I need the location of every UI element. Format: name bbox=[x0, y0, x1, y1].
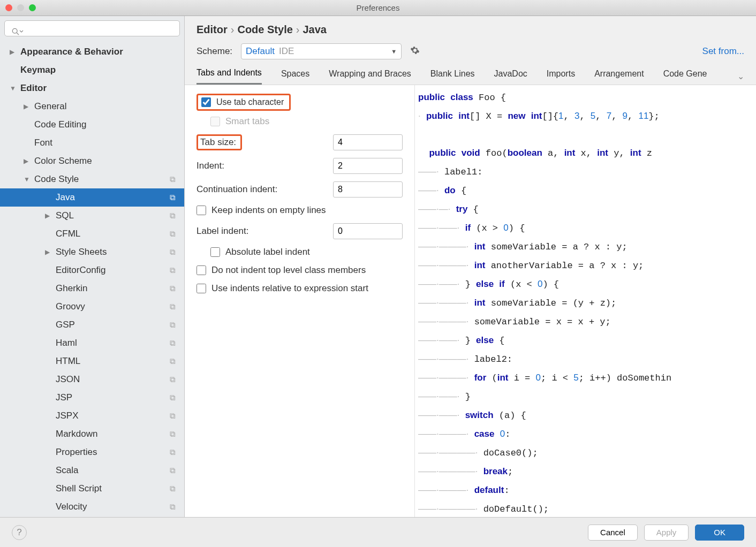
reset-icon[interactable]: ⧉ bbox=[170, 466, 176, 475]
sidebar-item-editorconfig[interactable]: EditorConfig⧉ bbox=[0, 261, 184, 279]
reset-icon[interactable]: ⧉ bbox=[170, 193, 176, 202]
reset-icon[interactable]: ⧉ bbox=[170, 247, 176, 257]
chevron-icon: ▶ bbox=[45, 248, 52, 256]
sidebar-item-json[interactable]: JSON⧉ bbox=[0, 370, 184, 389]
reset-icon[interactable]: ⧉ bbox=[170, 320, 176, 330]
apply-button[interactable]: Apply bbox=[644, 525, 689, 541]
highlight-tab-size: Tab size: bbox=[196, 134, 242, 150]
close-window-icon[interactable] bbox=[5, 4, 12, 11]
indent-input[interactable] bbox=[333, 158, 403, 174]
reset-icon[interactable]: ⧉ bbox=[170, 284, 176, 293]
tab-code-gene[interactable]: Code Gene bbox=[663, 69, 707, 84]
sidebar-item-scala[interactable]: Scala⧉ bbox=[0, 461, 184, 480]
sidebar-item-label: Groovy bbox=[56, 301, 184, 312]
traffic-lights bbox=[5, 4, 36, 11]
reset-icon[interactable]: ⧉ bbox=[170, 211, 176, 221]
sidebar-item-appearance-behavior[interactable]: ▶Appearance & Behavior bbox=[0, 43, 184, 61]
tab-wrapping-and-braces[interactable]: Wrapping and Braces bbox=[329, 69, 411, 84]
sidebar-item-style-sheets[interactable]: ▶Style Sheets⧉ bbox=[0, 243, 184, 261]
smart-tabs-checkbox[interactable]: Smart tabs bbox=[210, 116, 269, 127]
sidebar-item-gherkin[interactable]: Gherkin⧉ bbox=[0, 279, 184, 298]
sidebar-item-label: GSP bbox=[56, 320, 184, 330]
sidebar-item-general[interactable]: ▶General bbox=[0, 97, 184, 116]
reset-icon[interactable]: ⧉ bbox=[170, 302, 176, 312]
gear-icon[interactable] bbox=[410, 45, 420, 58]
tab-javadoc[interactable]: JavaDoc bbox=[494, 69, 527, 84]
sidebar-item-label: General bbox=[34, 101, 184, 112]
sidebar-item-label: Scala bbox=[56, 465, 184, 476]
sidebar-item-label: JSPX bbox=[56, 411, 184, 421]
sidebar-item-jspx[interactable]: JSPX⧉ bbox=[0, 407, 184, 425]
sidebar-item-groovy[interactable]: Groovy⧉ bbox=[0, 298, 184, 316]
sidebar-item-gsp[interactable]: GSP⧉ bbox=[0, 316, 184, 334]
label-indent-input[interactable] bbox=[333, 223, 403, 239]
sidebar-item-code-style[interactable]: ▼Code Style⧉ bbox=[0, 170, 184, 188]
relative-expression-checkbox[interactable]: Use indents relative to expression start bbox=[196, 283, 368, 294]
sidebar-item-label: Code Editing bbox=[34, 119, 184, 130]
reset-icon[interactable]: ⧉ bbox=[170, 502, 176, 512]
indent-label: Indent: bbox=[196, 161, 333, 171]
sidebar-item-editor[interactable]: ▼Editor bbox=[0, 79, 184, 97]
tab-blank-lines[interactable]: Blank Lines bbox=[430, 69, 475, 84]
reset-icon[interactable]: ⧉ bbox=[170, 338, 176, 348]
sidebar-item-properties[interactable]: Properties⧉ bbox=[0, 443, 184, 461]
sidebar-item-code-editing[interactable]: Code Editing bbox=[0, 116, 184, 134]
sidebar-item-haml[interactable]: Haml⧉ bbox=[0, 334, 184, 352]
reset-icon[interactable]: ⧉ bbox=[170, 356, 176, 366]
reset-icon[interactable]: ⧉ bbox=[170, 411, 176, 421]
sidebar-item-shell-script[interactable]: Shell Script⧉ bbox=[0, 480, 184, 498]
reset-icon[interactable]: ⧉ bbox=[170, 375, 176, 384]
sidebar-item-keymap[interactable]: Keymap bbox=[0, 61, 184, 79]
sidebar-item-label: CFML bbox=[56, 229, 184, 239]
tab-arrangement[interactable]: Arrangement bbox=[594, 69, 644, 84]
scheme-label: Scheme: bbox=[196, 46, 232, 57]
sidebar-item-label: SQL bbox=[56, 210, 184, 221]
tab-tabs-and-indents[interactable]: Tabs and Indents bbox=[196, 68, 262, 85]
reset-icon[interactable]: ⧉ bbox=[170, 484, 176, 493]
absolute-label-checkbox[interactable]: Absolute label indent bbox=[210, 247, 310, 257]
ok-button[interactable]: OK bbox=[695, 525, 744, 541]
sidebar-item-java[interactable]: Java⧉ bbox=[0, 188, 184, 207]
sidebar-item-label: Properties bbox=[56, 447, 184, 458]
sidebar-item-label: Keymap bbox=[20, 65, 184, 75]
reset-icon[interactable]: ⧉ bbox=[170, 447, 176, 457]
keep-indents-checkbox[interactable]: Keep indents on empty lines bbox=[196, 205, 326, 216]
help-icon[interactable]: ? bbox=[12, 525, 27, 540]
reset-icon[interactable]: ⧉ bbox=[170, 174, 176, 184]
tabs-bar: Tabs and IndentsSpacesWrapping and Brace… bbox=[196, 68, 744, 85]
chevron-icon: ▶ bbox=[10, 48, 17, 56]
cancel-button[interactable]: Cancel bbox=[588, 525, 638, 541]
use-tab-checkbox[interactable]: Use tab character bbox=[201, 97, 284, 107]
sidebar-item-label: EditorConfig bbox=[56, 265, 184, 276]
sidebar-item-velocity[interactable]: Velocity⧉ bbox=[0, 498, 184, 516]
tabs-overflow-icon[interactable]: ⌄ bbox=[737, 71, 744, 81]
set-from-link[interactable]: Set from... bbox=[702, 46, 744, 57]
minimize-window-icon[interactable] bbox=[17, 4, 24, 11]
chevron-icon: ▼ bbox=[24, 176, 31, 183]
sidebar-item-html[interactable]: HTML⧉ bbox=[0, 352, 184, 370]
maximize-window-icon[interactable] bbox=[29, 4, 36, 11]
search-input[interactable] bbox=[4, 20, 180, 36]
scheme-select[interactable]: Default IDE ▼ bbox=[241, 43, 402, 59]
no-indent-top-checkbox[interactable]: Do not indent top level class members bbox=[196, 265, 366, 276]
breadcrumb: Editor›Code Style›Java bbox=[196, 24, 744, 43]
sidebar-item-sql[interactable]: ▶SQL⧉ bbox=[0, 207, 184, 225]
tab-size-input[interactable] bbox=[333, 134, 403, 150]
sidebar-item-label: Font bbox=[34, 138, 184, 148]
reset-icon[interactable]: ⧉ bbox=[170, 393, 176, 402]
reset-icon[interactable]: ⧉ bbox=[170, 229, 176, 239]
reset-icon[interactable]: ⧉ bbox=[170, 265, 176, 275]
sidebar-item-jsp[interactable]: JSP⧉ bbox=[0, 389, 184, 407]
sidebar-item-label: Color Scheme bbox=[34, 156, 184, 166]
sidebar-item-label: JSON bbox=[56, 374, 184, 385]
sidebar-item-cfml[interactable]: CFML⧉ bbox=[0, 225, 184, 243]
titlebar: Preferences bbox=[0, 0, 756, 16]
reset-icon[interactable]: ⧉ bbox=[170, 429, 176, 439]
sidebar-item-label: Velocity bbox=[56, 502, 184, 512]
sidebar-item-color-scheme[interactable]: ▶Color Scheme bbox=[0, 152, 184, 170]
continuation-indent-input[interactable] bbox=[333, 181, 403, 197]
sidebar-item-markdown[interactable]: Markdown⧉ bbox=[0, 425, 184, 443]
sidebar-item-font[interactable]: Font bbox=[0, 134, 184, 152]
tab-imports[interactable]: Imports bbox=[547, 69, 575, 84]
tab-spaces[interactable]: Spaces bbox=[281, 69, 309, 84]
